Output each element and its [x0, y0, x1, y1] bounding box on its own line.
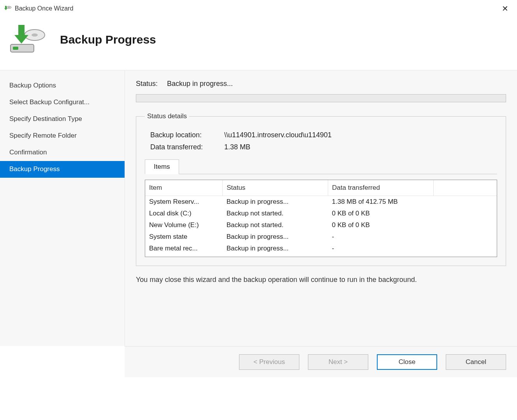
previous-button: < Previous	[239, 354, 299, 370]
step-specify-remote-folder[interactable]: Specify Remote Folder	[0, 128, 125, 144]
table-row[interactable]: System Reserv... Backup in progress... 1…	[145, 196, 497, 208]
backup-hero-icon	[5, 22, 48, 57]
col-spacer	[433, 180, 497, 196]
cell-item: Bare metal rec...	[145, 243, 223, 254]
svg-point-3	[32, 33, 38, 37]
cell-item: Local disk (C:)	[145, 208, 223, 219]
step-specify-destination-type[interactable]: Specify Destination Type	[0, 111, 125, 128]
col-status[interactable]: Status	[223, 180, 328, 196]
cell-status: Backup in progress...	[223, 243, 328, 254]
col-item[interactable]: Item	[145, 180, 223, 196]
wizard-header: Backup Progress	[0, 16, 517, 70]
page-title: Backup Progress	[60, 33, 156, 46]
title-bar: Backup Once Wizard ✕	[0, 0, 517, 16]
cell-status: Backup not started.	[223, 208, 328, 219]
next-button: Next >	[308, 354, 368, 370]
items-table-container: Item Status Data transferred System Rese…	[145, 180, 497, 257]
col-data-transferred[interactable]: Data transferred	[328, 180, 434, 196]
wizard-footer: < Previous Next > Close Cancel	[125, 346, 517, 377]
table-row[interactable]: Local disk (C:) Backup not started. 0 KB…	[145, 208, 497, 219]
backup-location-label: Backup location:	[150, 131, 224, 139]
step-backup-progress[interactable]: Backup Progress	[0, 161, 125, 178]
cancel-button[interactable]: Cancel	[446, 354, 506, 370]
close-button[interactable]: Close	[377, 354, 437, 370]
wizard-main-panel: Status: Backup in progress... Status det…	[125, 70, 517, 346]
data-transferred-label: Data transferred:	[150, 143, 224, 151]
backup-location-value: \\u114901.introserv.cloud\u114901	[224, 131, 332, 139]
overall-progress-bar	[136, 94, 506, 102]
cell-data: 1.38 MB of 412.75 MB	[328, 196, 434, 208]
cell-status: Backup in progress...	[223, 231, 328, 243]
data-transferred-value: 1.38 MB	[224, 143, 250, 151]
cell-item: New Volume (E:)	[145, 219, 223, 231]
table-row[interactable]: System state Backup in progress... -	[145, 231, 497, 243]
cell-data: 0 KB of 0 KB	[328, 208, 434, 219]
tab-items[interactable]: Items	[145, 159, 179, 174]
table-header-row: Item Status Data transferred	[145, 180, 497, 196]
status-details-group: Status details Backup location: \\u11490…	[136, 112, 506, 266]
app-icon	[4, 5, 12, 12]
window-title: Backup Once Wizard	[15, 5, 73, 12]
status-value: Backup in progress...	[167, 80, 233, 88]
step-backup-options[interactable]: Backup Options	[0, 77, 125, 94]
step-select-backup-configuration[interactable]: Select Backup Configurat...	[0, 94, 125, 111]
cell-status: Backup not started.	[223, 219, 328, 231]
cell-status: Backup in progress...	[223, 196, 328, 208]
cell-item: System state	[145, 231, 223, 243]
cell-data: 0 KB of 0 KB	[328, 219, 434, 231]
close-icon[interactable]: ✕	[499, 3, 512, 14]
cell-data: -	[328, 231, 434, 243]
table-row[interactable]: New Volume (E:) Backup not started. 0 KB…	[145, 219, 497, 231]
svg-rect-5	[13, 47, 18, 50]
status-label: Status:	[136, 80, 167, 88]
wizard-steps-sidebar: Backup Options Select Backup Configurat.…	[0, 70, 125, 346]
table-row[interactable]: Bare metal rec... Backup in progress... …	[145, 243, 497, 254]
status-details-legend: Status details	[145, 112, 189, 120]
cell-data: -	[328, 243, 434, 254]
svg-point-1	[8, 7, 10, 8]
cell-item: System Reserv...	[145, 196, 223, 208]
step-confirmation[interactable]: Confirmation	[0, 144, 125, 161]
items-table: Item Status Data transferred System Rese…	[145, 180, 497, 254]
background-hint-text: You may close this wizard and the backup…	[136, 275, 440, 285]
